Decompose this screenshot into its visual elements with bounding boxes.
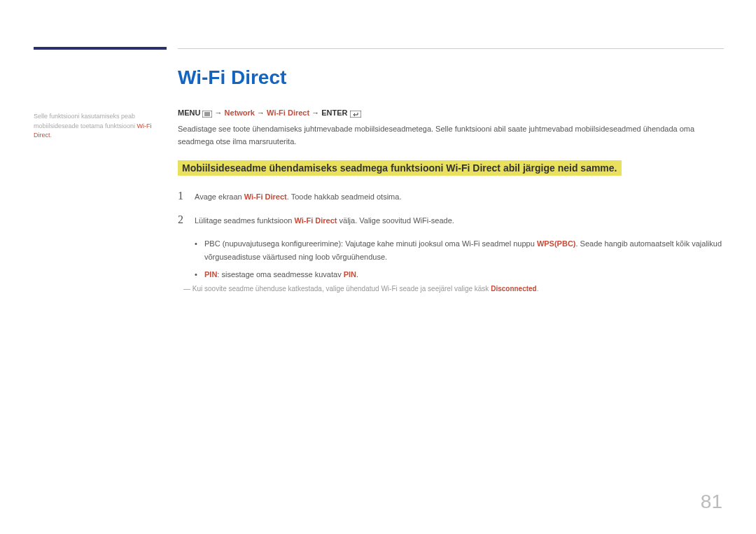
bullet-1-pre: PBC (nupuvajutusega konfigureerimine): V… [204,239,537,248]
bullet-1: • PBC (nupuvajutusega konfigureerimine):… [195,237,724,263]
step-1-pre: Avage ekraan [195,192,244,201]
footnote-post: . [537,285,539,293]
bullet-2-label: PIN [204,270,217,279]
step-1-text: Avage ekraan Wi-Fi Direct. Toode hakkab … [195,192,401,201]
menu-icon [202,109,212,118]
breadcrumb-menu: MENU [178,108,200,117]
sidebar-note-pre: Selle funktsiooni kasutamiseks peab mobi… [34,113,137,129]
breadcrumb-arrow-2: → [257,108,267,117]
bullet-dot: • [195,237,204,263]
highlight-heading: Mobiilsideseadme ühendamiseks seadmega f… [178,160,622,176]
svg-rect-4 [350,111,361,118]
bullet-2-mid: : sisestage oma seadmesse kuvatav [217,270,343,279]
page-number: 81 [701,491,722,513]
step-2-text: Lülitage seadmes funktsioon Wi-Fi Direct… [195,216,454,225]
header-accent-bar [34,47,167,50]
description: Seadistage see toote ühendamiseks juhtme… [178,123,724,148]
bullet-1-red: WPS(PBC) [537,239,576,248]
bullet-1-text: PBC (nupuvajutusega konfigureerimine): V… [204,237,724,263]
step-2-post: välja. Valige soovitud WiFi-seade. [337,216,454,225]
header-divider [178,48,724,49]
breadcrumb-arrow-1: → [215,108,225,117]
step-2-red: Wi-Fi Direct [294,216,337,225]
step-1: 1 Avage ekraan Wi-Fi Direct. Toode hakka… [178,190,724,202]
breadcrumb-arrow-3: → [312,108,321,117]
step-1-number: 1 [178,190,195,202]
bullet-list: • PBC (nupuvajutusega konfigureerimine):… [195,237,724,281]
footnote: ― Kui soovite seadme ühenduse katkestada… [183,285,724,293]
bullet-2-text: PIN: sisestage oma seadmesse kuvatav PIN… [204,268,358,281]
step-2-pre: Lülitage seadmes funktsioon [195,216,294,225]
page-title: Wi-Fi Direct [178,66,724,89]
bullet-dot: • [195,268,204,281]
bullet-2-post: . [356,270,358,279]
breadcrumb-network: Network [225,108,255,117]
step-1-red: Wi-Fi Direct [244,192,287,201]
enter-icon [350,109,361,118]
breadcrumb-enter: ENTER [321,108,347,117]
breadcrumb-wifidirect: Wi-Fi Direct [267,108,309,117]
bullet-2-red2: PIN [344,270,356,279]
footnote-pre: Kui soovite seadme ühenduse katkestada, … [192,285,491,293]
breadcrumb: MENU → Network → Wi-Fi Direct → ENTER [178,108,724,118]
sidebar-note-post: . [50,132,52,139]
step-2-number: 2 [178,213,195,226]
step-2: 2 Lülitage seadmes funktsioon Wi-Fi Dire… [178,213,724,226]
bullet-2: • PIN: sisestage oma seadmesse kuvatav P… [195,268,724,281]
main-content: Wi-Fi Direct MENU → Network → Wi-Fi Dire… [178,66,724,293]
footnote-red: Disconnected [491,285,537,293]
sidebar-note: Selle funktsiooni kasutamiseks peab mobi… [34,112,163,141]
step-1-post: . Toode hakkab seadmeid otsima. [287,192,402,201]
